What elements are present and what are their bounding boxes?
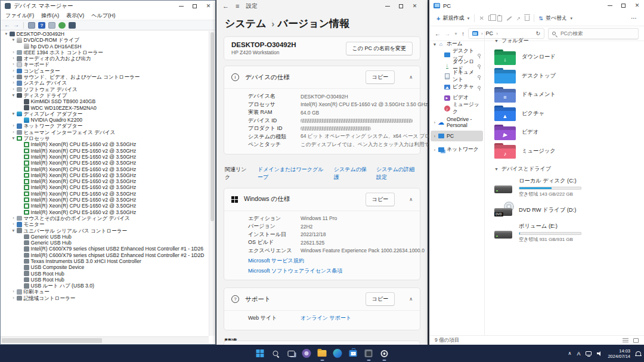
close-button[interactable]: ✕ bbox=[202, 1, 215, 11]
drive-item[interactable]: ボリューム (E:)空き領域 931 GB/931 GB bbox=[494, 221, 644, 244]
collapse-chevron-icon[interactable]: ∧ bbox=[409, 75, 413, 80]
menu-help[interactable]: ヘルプ(H) bbox=[91, 12, 115, 20]
folder-item[interactable]: ▲ピクチャ bbox=[494, 104, 644, 123]
minimize-button[interactable] bbox=[174, 1, 188, 11]
collapse-arrow-icon[interactable]: ▾ bbox=[11, 37, 16, 43]
folder-item[interactable]: デスクトップ bbox=[494, 67, 644, 86]
device-tree-item[interactable]: USB Root Hub bbox=[1, 277, 209, 283]
hidden-icons-chevron-icon[interactable]: ∧ bbox=[568, 351, 572, 356]
device-tree-item[interactable]: Intel(R) Xeon(R) CPU E5-1650 v2 @ 3.50GH… bbox=[1, 166, 209, 172]
folders-section-header[interactable]: ▼ フォルダー bbox=[494, 37, 644, 45]
device-tree-item[interactable]: NVIDIA Quadro K2200 bbox=[1, 117, 209, 123]
device-tree-item[interactable]: Intel(R) C600/X79 series chipset USB2 En… bbox=[1, 246, 209, 252]
sort-button[interactable]: ⇅ 並べ替え ▼ bbox=[538, 14, 573, 22]
device-tree-item[interactable]: ▾プロセッサ bbox=[1, 135, 209, 141]
minimize-button[interactable] bbox=[603, 0, 617, 11]
device-tree-item[interactable]: ›モニター bbox=[1, 221, 209, 227]
cut-icon[interactable]: ✕ bbox=[479, 15, 484, 21]
sidebar-item-onedrive[interactable]: ›☁OneDrive - Personal bbox=[431, 117, 483, 128]
device-tree-item[interactable]: hp DVD A DH16AESH bbox=[1, 44, 209, 49]
taskbar-start-icon[interactable] bbox=[253, 346, 268, 361]
taskbar-settings-icon[interactable] bbox=[377, 346, 392, 361]
menu-action[interactable]: 操作(A) bbox=[41, 12, 59, 20]
close-button[interactable]: ✕ bbox=[408, 0, 422, 12]
folder-item[interactable]: ▶ビデオ bbox=[494, 123, 644, 142]
device-tree-item[interactable]: USB Root Hub bbox=[1, 271, 209, 277]
scan-hardware-icon[interactable] bbox=[58, 22, 66, 29]
details-view-icon[interactable] bbox=[623, 338, 628, 343]
device-tree-item[interactable]: Intel(R) Xeon(R) CPU E5-1650 v2 @ 3.50GH… bbox=[1, 178, 209, 184]
taskbar-edge-icon[interactable] bbox=[330, 346, 345, 361]
rename-icon[interactable] bbox=[506, 16, 512, 21]
device-tree-item[interactable]: ›キーボード bbox=[1, 61, 209, 67]
device-manager-titlebar[interactable]: デバイス マネージャー ✕ bbox=[1, 1, 215, 11]
drive-item[interactable]: ローカル ディスク (C:)空き領域 143 GB/222 GB bbox=[494, 176, 644, 199]
settings-titlebar[interactable]: ← ≡ 設定 ✕ bbox=[216, 0, 428, 12]
taskbar-task-view-icon[interactable] bbox=[284, 346, 299, 361]
expand-arrow-icon[interactable]: › bbox=[11, 68, 16, 74]
advanced-system-settings-link[interactable]: システムの詳細設定 bbox=[376, 166, 419, 181]
chevron-right-icon[interactable]: › bbox=[432, 120, 438, 125]
sidebar-item-document[interactable]: ドキュメント bbox=[431, 71, 483, 82]
folder-item[interactable]: ↓ダウンロード bbox=[494, 48, 644, 67]
menu-file[interactable]: ファイル(F) bbox=[5, 12, 34, 20]
expand-arrow-icon[interactable]: › bbox=[11, 221, 16, 227]
sidebar-item-pc[interactable]: ›PC bbox=[431, 131, 483, 141]
taskbar-chat-icon[interactable] bbox=[299, 346, 314, 361]
device-tree-item[interactable]: ›記憶域コントローラー bbox=[1, 295, 209, 301]
device-tree-item[interactable]: KimMiDi SSD TB900 240GB bbox=[1, 98, 209, 104]
device-tree-item[interactable]: Intel(R) Xeon(R) CPU E5-1650 v2 @ 3.50GH… bbox=[1, 197, 209, 203]
expand-arrow-icon[interactable]: › bbox=[11, 295, 16, 301]
folder-item[interactable]: ♪ミュージック bbox=[494, 142, 644, 161]
copy-button[interactable]: コピー bbox=[366, 292, 395, 306]
collapse-arrow-icon[interactable]: ▾ bbox=[4, 31, 9, 37]
large-icons-view-icon[interactable] bbox=[633, 338, 639, 343]
help-icon[interactable]: ? bbox=[38, 22, 45, 29]
collapse-arrow-icon[interactable]: ▾ bbox=[11, 111, 16, 117]
device-tree-item[interactable]: Generic USB Hub bbox=[1, 240, 209, 246]
close-button[interactable]: ✕ bbox=[630, 0, 644, 11]
volume-icon[interactable] bbox=[597, 351, 602, 356]
device-tree-item[interactable]: Intel(R) Xeon(R) CPU E5-1650 v2 @ 3.50GH… bbox=[1, 191, 209, 197]
hamburger-menu-icon[interactable]: ≡ bbox=[236, 2, 239, 10]
explorer-titlebar[interactable]: PC ✕ bbox=[429, 0, 644, 11]
device-tree-item[interactable]: ▾ディスプレイ アダプター bbox=[1, 111, 209, 117]
device-tree-item[interactable]: ▾ユニバーサル シリアル バス コントローラー bbox=[1, 228, 209, 234]
expand-arrow-icon[interactable]: › bbox=[11, 289, 16, 295]
device-tree-item[interactable]: ›オーディオの入力および出力 bbox=[1, 55, 209, 61]
drives-section-header[interactable]: ▼ デバイスとドライブ bbox=[494, 165, 644, 173]
chevron-down-icon[interactable]: ▼ bbox=[432, 42, 438, 47]
console-tree-icon[interactable] bbox=[28, 22, 35, 29]
breadcrumb-parent[interactable]: システム bbox=[225, 17, 267, 30]
expand-arrow-icon[interactable]: › bbox=[11, 74, 16, 80]
maximize-button[interactable] bbox=[394, 0, 408, 12]
folder-item[interactable]: ≡ドキュメント bbox=[494, 85, 644, 104]
horizontal-scrollbar-thumb[interactable] bbox=[2, 338, 102, 343]
collapse-chevron-icon[interactable]: ∧ bbox=[409, 296, 413, 302]
expand-arrow-icon[interactable]: › bbox=[11, 215, 16, 221]
device-tree-item[interactable]: WDC WD10EZEX-75M2NA0 bbox=[1, 105, 209, 111]
device-tree-item[interactable]: ›システム デバイス bbox=[1, 80, 209, 86]
device-tree-item[interactable]: Generic USB Hub bbox=[1, 234, 209, 240]
properties-icon[interactable] bbox=[48, 22, 55, 29]
expand-arrow-icon[interactable]: › bbox=[11, 86, 16, 92]
expand-arrow-icon[interactable]: › bbox=[11, 49, 16, 55]
share-icon[interactable]: ↗ bbox=[516, 16, 521, 21]
expand-arrow-icon[interactable]: › bbox=[11, 55, 16, 61]
copy-button[interactable]: コピー bbox=[366, 193, 395, 206]
back-icon[interactable]: ← bbox=[4, 22, 10, 28]
network-icon[interactable] bbox=[586, 351, 592, 355]
expand-arrow-icon[interactable]: › bbox=[11, 129, 16, 135]
device-tree-item[interactable]: Intel(R) Xeon(R) CPU E5-1650 v2 @ 3.50GH… bbox=[1, 160, 209, 166]
copy-button[interactable]: コピー bbox=[366, 70, 395, 84]
drive-item[interactable]: DVDDVD RW ドライブ (D:) bbox=[494, 199, 644, 221]
chevron-right-icon[interactable]: › bbox=[432, 148, 438, 152]
device-tree-item[interactable]: ▾ディスク ドライブ bbox=[1, 92, 209, 98]
expand-arrow-icon[interactable]: › bbox=[11, 61, 16, 67]
chevron-right-icon[interactable]: › bbox=[432, 134, 438, 138]
device-tree-item[interactable]: Intel(R) Xeon(R) CPU E5-1650 v2 @ 3.50GH… bbox=[1, 148, 209, 154]
device-tree-item[interactable]: ›ソフトウェア デバイス bbox=[1, 86, 209, 92]
maximize-button[interactable] bbox=[617, 0, 630, 11]
notifications-bell-icon[interactable] bbox=[636, 351, 641, 356]
device-tree-item[interactable]: ›マウスとそのほかのポインティング デバイス bbox=[1, 215, 209, 221]
